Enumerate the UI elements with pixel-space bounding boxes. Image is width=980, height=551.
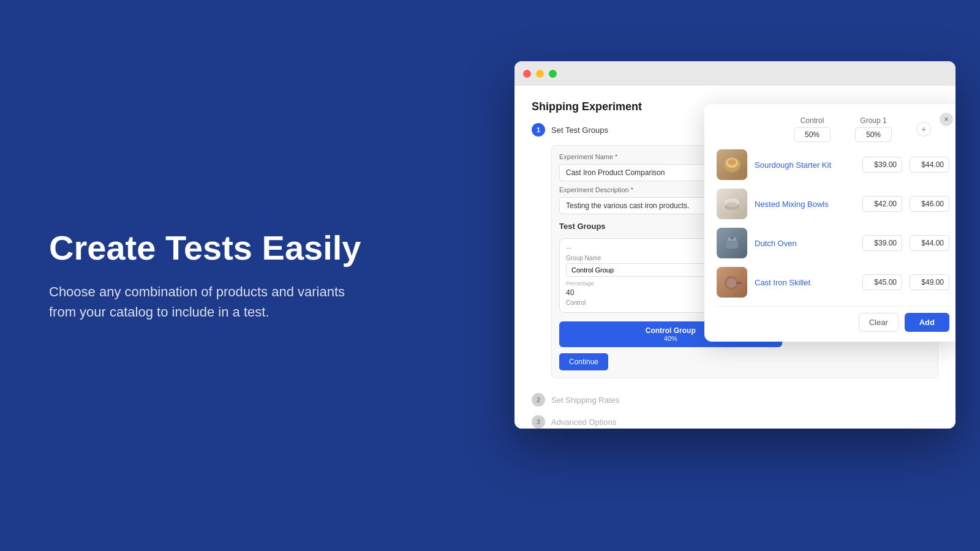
control-pct[interactable]: 50%	[794, 127, 831, 142]
svg-rect-5	[726, 240, 738, 249]
continue-button[interactable]: Continue	[559, 353, 608, 370]
step-2-number: 2	[532, 393, 545, 407]
clear-button[interactable]: Clear	[859, 313, 899, 332]
step-1-number: 1	[532, 123, 545, 137]
product-name: Sourdough Starter Kit	[755, 160, 855, 170]
col-control-header: Control	[801, 116, 824, 125]
control-price-input[interactable]	[862, 157, 902, 173]
add-group-button[interactable]: +	[916, 122, 931, 137]
step-2-label: Set Shipping Rates	[551, 395, 619, 405]
product-row: Dutch Oven	[717, 228, 949, 258]
svg-point-7	[731, 237, 733, 239]
progress-bar-pct: 40%	[664, 335, 677, 342]
step-3-number: 3	[532, 415, 545, 429]
close-dot[interactable]	[523, 70, 531, 78]
product-image	[717, 228, 747, 258]
control-price-input[interactable]	[862, 235, 902, 251]
control-price-input[interactable]	[862, 274, 902, 290]
product-name: Nested Mixing Bowls	[755, 200, 855, 209]
product-panel: × Control 50% Group 1 50% +	[704, 104, 956, 342]
panel-footer: Clear Add	[717, 306, 949, 332]
svg-rect-9	[737, 282, 742, 284]
step-3-label: Advanced Options	[551, 418, 616, 427]
product-row: Cast Iron Skillet	[717, 267, 949, 298]
minimize-dot[interactable]	[536, 70, 544, 78]
browser-window: Shipping Experiment 1 Set Test Groups Ex…	[514, 61, 956, 429]
panel-close-button[interactable]: ×	[940, 113, 953, 126]
svg-point-2	[728, 159, 736, 165]
svg-point-10	[726, 278, 736, 288]
product-image	[717, 149, 747, 180]
hero-section: Create Tests Easily Choose any combinati…	[49, 229, 368, 322]
maximize-dot[interactable]	[549, 70, 557, 78]
step-1-label: Set Test Groups	[551, 126, 608, 135]
add-button[interactable]: Add	[905, 313, 949, 332]
control-price-input[interactable]	[862, 196, 902, 212]
group1-price-input[interactable]	[910, 274, 949, 290]
col-group1-header: Group 1	[860, 116, 886, 125]
browser-titlebar	[514, 61, 956, 86]
hero-title: Create Tests Easily	[49, 229, 368, 267]
group1-price-input[interactable]	[910, 196, 949, 212]
svg-point-4	[726, 202, 738, 207]
product-row: Sourdough Starter Kit	[717, 149, 949, 180]
group1-price-input[interactable]	[910, 235, 949, 251]
product-image	[717, 267, 747, 298]
product-row: Nested Mixing Bowls	[717, 189, 949, 219]
step-3[interactable]: 3 Advanced Options	[532, 415, 938, 429]
product-image	[717, 189, 747, 219]
product-name: Cast Iron Skillet	[755, 278, 855, 287]
group1-price-input[interactable]	[910, 157, 949, 173]
progress-bar-label: Control Group	[646, 326, 696, 335]
browser-content: Shipping Experiment 1 Set Test Groups Ex…	[514, 86, 956, 429]
hero-subtitle: Choose any combination of products and v…	[49, 282, 368, 322]
products-list: Sourdough Starter Kit Nested Mixing Bowl…	[717, 149, 949, 298]
product-name: Dutch Oven	[755, 239, 855, 248]
step-2[interactable]: 2 Set Shipping Rates	[532, 393, 938, 407]
group1-pct[interactable]: 50%	[855, 127, 892, 142]
